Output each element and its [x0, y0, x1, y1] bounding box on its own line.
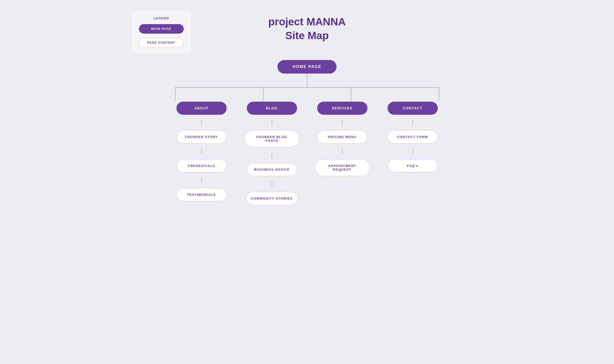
v-line-services-2: [342, 149, 343, 154]
columns-wrapper: ABOUT FOUNDER STORY CREDENTIALS TESTIMON…: [131, 102, 483, 205]
connector-svg: [131, 87, 483, 102]
column-about: ABOUT FOUNDER STORY CREDENTIALS TESTIMON…: [174, 102, 229, 205]
v-line-home: [307, 74, 307, 87]
column-contact: CONTACT CONTACT FORM FAQ's: [385, 102, 440, 205]
v-line-blog-2: [272, 152, 272, 158]
services-header[interactable]: SERVICES: [317, 102, 367, 115]
community-stories-node[interactable]: COMMUNITY STORIES: [246, 192, 298, 205]
contact-form-node[interactable]: CONTACT FORM: [388, 130, 438, 144]
v-line-contact-2: [412, 149, 413, 154]
business-advice-node[interactable]: BUSINESS ADVICE: [247, 163, 297, 176]
v-line-blog-1: [272, 120, 272, 125]
founder-story-node[interactable]: FOUNDER STORY: [176, 130, 227, 144]
page-wrapper: LEGEND MAIN PAGE PAGE CONTENT project MA…: [131, 10, 483, 205]
faqs-node[interactable]: FAQ's: [388, 159, 438, 172]
v-line-contact-1: [412, 120, 413, 125]
about-header[interactable]: ABOUT: [176, 102, 227, 115]
contact-header[interactable]: CONTACT: [388, 102, 438, 115]
v-line-about-2: [201, 149, 202, 154]
legend-title: LEGEND: [139, 16, 184, 20]
legend-main-page: MAIN PAGE: [139, 24, 184, 34]
blog-header[interactable]: BLOG: [247, 102, 297, 115]
v-line-services-1: [342, 120, 343, 125]
sitemap-container: HOME PAGE ABOUT FOUN: [131, 60, 483, 205]
legend-page-content: PAGE CONTENT: [139, 38, 184, 48]
credentials-node[interactable]: CREDENTIALS: [176, 159, 227, 172]
column-services: SERVICES PRICING MENU APPOINTMENT REQUES…: [315, 102, 370, 205]
column-blog: BLOG FOUNDER BLOG POSTS BUSINESS ADVICE …: [244, 102, 300, 205]
v-line-about-3: [201, 177, 202, 183]
testimonials-node[interactable]: TESTIMONIALS: [176, 188, 227, 201]
h-connector-bar: [131, 87, 483, 88]
appointment-request-node[interactable]: APPOINTMENT REQUEST: [315, 159, 370, 176]
pricing-menu-node[interactable]: PRICING MENU: [317, 130, 367, 144]
founder-blog-posts-node[interactable]: FOUNDER BLOG POSTS: [244, 130, 300, 147]
v-line-blog-3: [272, 181, 272, 187]
legend-box: LEGEND MAIN PAGE PAGE CONTENT: [131, 10, 192, 54]
v-line-about-1: [201, 120, 202, 125]
home-page-node[interactable]: HOME PAGE: [277, 60, 337, 74]
